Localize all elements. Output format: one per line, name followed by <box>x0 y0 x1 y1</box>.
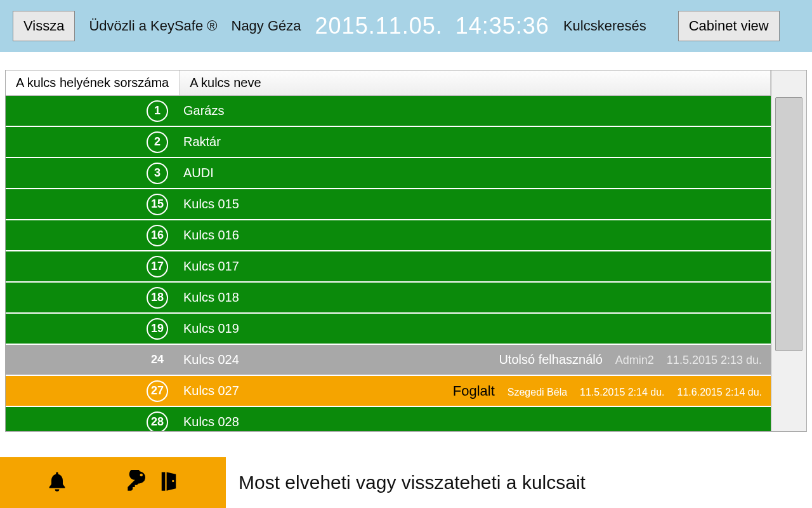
table-row[interactable]: 19Kulcs 019 <box>6 314 771 345</box>
key-name: Kulcs 016 <box>174 228 771 243</box>
column-headers: A kulcs helyének sorszáma A kulcs neve <box>6 70 771 96</box>
table-row[interactable]: 15Kulcs 015 <box>6 189 771 220</box>
slot-number: 2 <box>147 131 168 153</box>
key-name: Kulcs 024 <box>174 352 499 367</box>
user-name: Nagy Géza <box>232 18 301 34</box>
key-name: Kulcs 018 <box>174 290 771 305</box>
slot-cell: 1 <box>6 100 174 122</box>
key-rows: 1Garázs2Raktár3AUDI15Kulcs 01516Kulcs 01… <box>6 96 771 431</box>
key-name: Kulcs 015 <box>174 197 771 211</box>
slot-cell: 17 <box>6 256 174 277</box>
key-name: Kulcs 027 <box>174 384 453 398</box>
slot-number: 19 <box>147 318 168 340</box>
meta-user: Szegedi Béla <box>508 387 567 398</box>
slot-cell: 28 <box>6 411 174 432</box>
table-row[interactable]: 1Garázs <box>6 96 771 127</box>
key-icon[interactable] <box>126 470 148 495</box>
slot-cell: 2 <box>6 131 174 153</box>
key-name: Kulcs 019 <box>174 321 771 336</box>
row-meta: FoglaltSzegedi Béla11.5.2015 2:14 du.11.… <box>453 383 771 399</box>
slot-number: 1 <box>147 100 168 122</box>
key-name: Raktár <box>174 135 771 149</box>
footer-message: Most elveheti vagy visszateheti a kulcsa… <box>226 457 812 508</box>
table-row[interactable]: 27Kulcs 027FoglaltSzegedi Béla11.5.2015 … <box>6 376 771 407</box>
time-text: 14:35:36 <box>455 13 549 39</box>
table-row[interactable]: 24Kulcs 024Utolsó felhasználóAdmin211.5.… <box>6 345 771 376</box>
table-row[interactable]: 18Kulcs 018 <box>6 283 771 314</box>
footer-icons <box>0 457 226 508</box>
welcome-text: Üdvözli a KeySafe ® <box>89 18 217 34</box>
table-row[interactable]: 17Kulcs 017 <box>6 251 771 283</box>
cabinet-view-button[interactable]: Cabinet view <box>678 11 780 41</box>
meta-label: Utolsó felhasználó <box>499 352 602 367</box>
datetime: 2015.11.05. 14:35:36 <box>315 13 549 39</box>
key-search-label[interactable]: Kulcskeresés <box>563 18 646 34</box>
slot-cell: 15 <box>6 194 174 215</box>
header-bar: Vissza Üdvözli a KeySafe ® Nagy Géza 201… <box>0 0 812 52</box>
slot-number: 24 <box>147 349 168 371</box>
door-icon[interactable] <box>157 470 180 495</box>
table-row[interactable]: 2Raktár <box>6 127 771 158</box>
key-table-inner: A kulcs helyének sorszáma A kulcs neve 1… <box>5 70 771 432</box>
date-text: 2015.11.05. <box>315 13 443 39</box>
slot-number: 28 <box>147 411 168 432</box>
slot-cell: 16 <box>6 225 174 246</box>
key-name: AUDI <box>174 166 771 180</box>
slot-number: 17 <box>147 256 168 277</box>
slot-number: 27 <box>147 380 168 402</box>
slot-cell: 24 <box>6 349 174 371</box>
column-slot[interactable]: A kulcs helyének sorszáma <box>6 70 180 95</box>
meta-user: Admin2 <box>615 354 654 367</box>
slot-cell: 18 <box>6 287 174 309</box>
meta-date2: 11.6.2015 2:14 du. <box>678 387 762 398</box>
key-name: Kulcs 017 <box>174 259 771 274</box>
row-meta: Utolsó felhasználóAdmin211.5.2015 2:13 d… <box>499 352 771 367</box>
key-name: Garázs <box>174 104 771 118</box>
footer-bar: Most elveheti vagy visszateheti a kulcsa… <box>0 457 812 508</box>
key-table: A kulcs helyének sorszáma A kulcs neve 1… <box>5 70 807 432</box>
column-name[interactable]: A kulcs neve <box>180 70 771 95</box>
bell-icon[interactable] <box>46 470 69 495</box>
slot-number: 15 <box>147 194 168 215</box>
slot-number: 16 <box>147 225 168 246</box>
back-button[interactable]: Vissza <box>13 11 75 41</box>
meta-label: Foglalt <box>453 383 495 399</box>
slot-number: 3 <box>147 163 168 184</box>
scrollbar-thumb[interactable] <box>775 97 802 351</box>
slot-cell: 27 <box>6 380 174 402</box>
slot-cell: 19 <box>6 318 174 340</box>
key-name: Kulcs 028 <box>174 415 771 429</box>
slot-number: 18 <box>147 287 168 309</box>
meta-date1: 11.5.2015 2:13 du. <box>667 354 762 367</box>
scrollbar[interactable] <box>771 70 807 432</box>
table-row[interactable]: 3AUDI <box>6 158 771 189</box>
slot-cell: 3 <box>6 163 174 184</box>
meta-date1: 11.5.2015 2:14 du. <box>580 387 664 398</box>
table-row[interactable]: 28Kulcs 028 <box>6 407 771 431</box>
table-row[interactable]: 16Kulcs 016 <box>6 220 771 251</box>
